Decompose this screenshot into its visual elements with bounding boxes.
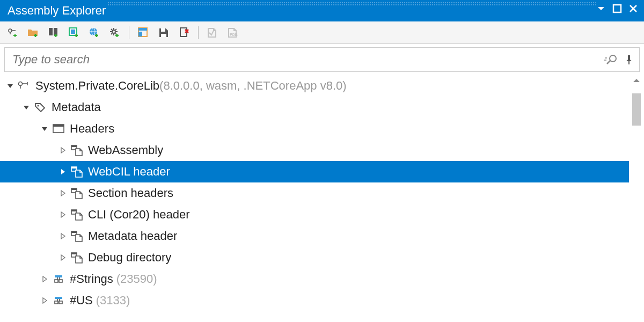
tree-item-metadata[interactable]: Metadata [0, 97, 629, 118]
page-icon [70, 187, 84, 199]
scroll-thumb[interactable] [632, 93, 641, 126]
chevron-collapsed-icon[interactable] [59, 147, 67, 154]
close-icon[interactable] [628, 3, 639, 14]
svg-rect-20 [53, 125, 64, 127]
tag-icon [33, 102, 47, 113]
tree-item-header[interactable]: WebCIL header [0, 161, 629, 182]
tree-item-header[interactable]: WebAssembly [0, 140, 629, 161]
open-packages-button[interactable] [46, 25, 61, 40]
chevron-expanded-icon[interactable] [41, 125, 48, 133]
remove-button[interactable] [177, 25, 192, 40]
page-icon [70, 209, 84, 221]
search-icon[interactable] [604, 54, 618, 65]
scrollbar[interactable] [629, 75, 644, 322]
dropdown-icon[interactable] [596, 3, 606, 14]
open-cache-button[interactable] [67, 25, 82, 40]
tree-item-suffix: (8.0.0.0, wasm, .NETCoreApp v8.0) [159, 79, 346, 93]
tree-item-count: (23590) [116, 272, 157, 286]
settings-button[interactable] [107, 25, 122, 40]
window-icon [52, 124, 65, 134]
chevron-expanded-icon[interactable] [6, 82, 14, 90]
assembly-icon [17, 80, 31, 91]
tree-item-header[interactable]: Section headers [0, 182, 629, 204]
svg-rect-24 [71, 167, 77, 169]
svg-rect-12 [161, 28, 165, 32]
svg-rect-13 [161, 34, 166, 37]
maximize-icon[interactable] [612, 3, 623, 14]
toolbar: PDB [0, 21, 644, 44]
svg-rect-10 [138, 28, 147, 31]
tree-item-label: Metadata header [88, 229, 177, 243]
tree-item-label: Metadata [52, 100, 101, 114]
chevron-collapsed-icon[interactable] [59, 168, 67, 175]
svg-rect-28 [71, 210, 77, 211]
svg-rect-26 [71, 188, 77, 190]
tree-item-label: WebCIL header [88, 165, 170, 179]
svg-rect-32 [71, 253, 77, 254]
tree-item-heap[interactable]: #Strings(23590) [0, 268, 629, 290]
svg-rect-5 [71, 30, 75, 34]
svg-text:PDB: PDB [230, 33, 238, 36]
open-assembly-button[interactable] [5, 25, 20, 40]
window-controls [596, 3, 639, 14]
svg-rect-22 [71, 145, 77, 147]
tree-item-header[interactable]: CLI (Cor20) header [0, 204, 629, 225]
svg-rect-30 [71, 231, 77, 233]
open-url-button[interactable] [87, 25, 102, 40]
tree-view[interactable]: System.Private.CoreLib (8.0.0.0, wasm, .… [0, 75, 629, 322]
svg-rect-11 [138, 32, 142, 36]
export-vs-button[interactable] [205, 25, 220, 40]
tree-item-header[interactable]: Metadata header [0, 225, 629, 247]
chevron-collapsed-icon[interactable] [59, 232, 67, 240]
heap-icon [52, 295, 65, 306]
toolbar-separator [129, 26, 129, 39]
svg-point-17 [19, 82, 23, 86]
chevron-collapsed-icon[interactable] [59, 211, 67, 218]
search-input[interactable] [11, 52, 604, 67]
tree-item-label: Debug directory [88, 251, 171, 265]
title-bar: Assembly Explorer [0, 0, 644, 21]
chevron-collapsed-icon[interactable] [59, 189, 67, 197]
tree-item-label: System.Private.CoreLib [35, 79, 159, 93]
svg-point-18 [38, 105, 39, 107]
svg-rect-0 [613, 5, 621, 12]
svg-point-8 [112, 30, 115, 33]
tree-item-label: WebAssembly [88, 143, 163, 157]
tree-item-label: CLI (Cor20) header [88, 208, 190, 222]
search-bar [4, 47, 640, 72]
svg-rect-2 [49, 28, 53, 35]
chevron-collapsed-icon[interactable] [41, 297, 48, 304]
tree-item-headers[interactable]: Headers [0, 118, 629, 140]
title-grip[interactable] [107, 2, 596, 6]
tree-item-count: (3133) [96, 294, 130, 308]
heap-icon [52, 274, 65, 284]
tree-item-label: #Strings [70, 272, 113, 286]
tree-item-label: #US [70, 294, 93, 308]
window-title: Assembly Explorer [8, 4, 106, 18]
page-icon [70, 144, 84, 156]
toolbar-separator [198, 26, 199, 39]
open-folder-button[interactable] [26, 25, 41, 40]
chevron-collapsed-icon[interactable] [59, 254, 67, 261]
tree-item-label: Section headers [88, 186, 173, 200]
tree-item-label: Headers [70, 122, 114, 136]
view-project-button[interactable] [136, 25, 151, 40]
chevron-collapsed-icon[interactable] [41, 275, 48, 283]
svg-point-1 [9, 29, 12, 32]
export-pdb-button[interactable]: PDB [225, 25, 240, 40]
tree-item-header[interactable]: Debug directory [0, 247, 629, 268]
scroll-up-icon[interactable] [632, 77, 641, 84]
tree-item-heap[interactable]: #US(3133) [0, 290, 629, 311]
tree-root-assembly[interactable]: System.Private.CoreLib (8.0.0.0, wasm, .… [0, 75, 629, 97]
save-button[interactable] [156, 25, 171, 40]
svg-point-16 [610, 55, 616, 62]
page-icon [70, 252, 84, 264]
pin-icon[interactable] [625, 54, 633, 65]
chevron-expanded-icon[interactable] [23, 104, 30, 111]
page-icon [70, 230, 84, 242]
page-icon [70, 166, 84, 178]
